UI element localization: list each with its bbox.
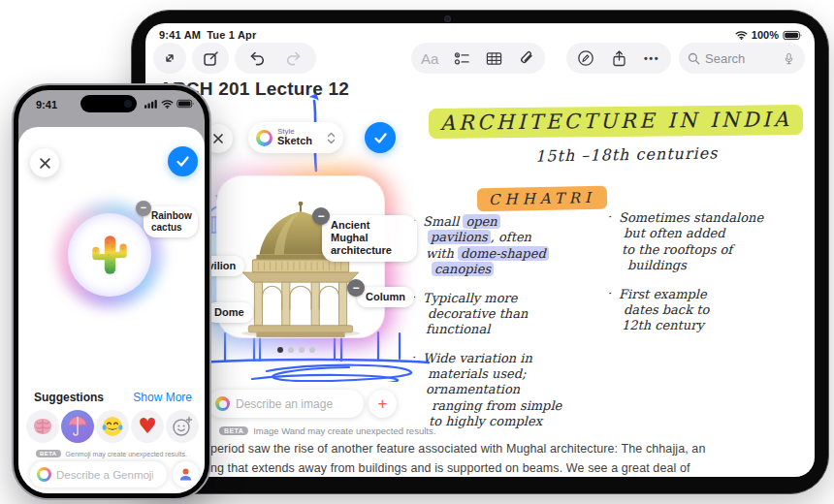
checklist-icon xyxy=(454,51,470,66)
remove-tag-icon[interactable]: − xyxy=(347,279,365,297)
describe-image-input[interactable] xyxy=(236,397,342,411)
remove-tag-icon[interactable]: − xyxy=(136,201,151,216)
genmoji-close-button[interactable] xyxy=(30,148,59,177)
describe-genmoji-input[interactable] xyxy=(56,469,153,481)
search-input[interactable] xyxy=(705,51,779,66)
umbrella-genmoji[interactable] xyxy=(61,410,94,443)
genmoji-beta-note: BETA Genmoji may create unexpected resul… xyxy=(18,450,205,457)
iphone-clock: 9:41 xyxy=(36,99,57,110)
body-text-line: s period saw the rise of another feature… xyxy=(201,442,802,456)
attachment-button[interactable] xyxy=(513,43,540,74)
style-dropdown[interactable]: Style Sketch xyxy=(248,122,343,153)
tag-label: Ancient Mughal architecture xyxy=(331,219,392,256)
text-format-button[interactable]: Aa xyxy=(416,43,443,74)
note-heading: ARCHITECTURE IN INDIA xyxy=(429,105,804,139)
battery-icon xyxy=(783,30,803,41)
new-emoji-button[interactable] xyxy=(166,410,199,443)
body-text-line: ning that extends away from buildings an… xyxy=(201,461,802,475)
tag-ancient-mughal-architecture[interactable]: − Ancient Mughal architecture xyxy=(322,215,417,262)
pencil-circle-icon xyxy=(577,49,594,67)
more-icon: ••• xyxy=(644,52,659,64)
describe-image-field[interactable] xyxy=(208,390,364,418)
red-heart-emoji[interactable]: ♥ xyxy=(131,410,164,443)
table-button[interactable] xyxy=(481,43,508,74)
checkmark-icon xyxy=(373,132,388,144)
tears-of-joy-emoji[interactable] xyxy=(96,410,129,443)
redo-button[interactable] xyxy=(280,43,307,74)
compose-button[interactable] xyxy=(192,43,229,74)
genmoji-icon xyxy=(37,467,51,482)
battery-icon xyxy=(176,99,195,109)
note-subheading: 15th –18th centuries xyxy=(535,143,719,165)
heart-glyph: ♥ xyxy=(138,416,157,437)
image-wand-icon xyxy=(215,396,230,411)
note-bullets-left: ·Small openpavilions, oftenwith dome-sha… xyxy=(413,214,612,443)
more-button[interactable]: ••• xyxy=(638,43,665,74)
note-bullet: ·Small openpavilions, oftenwith dome-sha… xyxy=(413,214,612,278)
suggestion-emoji-row: ♥ xyxy=(26,410,199,443)
share-icon xyxy=(612,50,626,67)
brain-genmoji[interactable] xyxy=(26,410,59,443)
image-playground-icon xyxy=(256,130,273,146)
minimize-icon xyxy=(162,50,177,66)
text-format-icon: Aa xyxy=(421,50,438,67)
beta-badge: BETA xyxy=(219,426,248,435)
markup-button[interactable] xyxy=(572,43,599,74)
marketing-canvas: 9:41 AMTue 1 Apr 100% xyxy=(0,0,834,504)
tag-dome[interactable]: Dome xyxy=(206,302,253,323)
tag-label: Rainbow cactus xyxy=(151,210,192,233)
checklist-button[interactable] xyxy=(448,43,475,74)
tag-rainbow-cactus[interactable]: − Rainbow cactus xyxy=(144,206,198,237)
redo-icon xyxy=(285,51,302,66)
undo-icon xyxy=(249,51,266,66)
style-value: Sketch xyxy=(277,136,312,147)
note-bullet: ·Typically moredecorative thanfunctional xyxy=(413,291,612,338)
person-icon xyxy=(178,467,193,482)
table-icon xyxy=(486,51,502,66)
microphone-icon xyxy=(784,51,794,66)
beta-badge: BETA xyxy=(36,450,61,457)
undo-redo-group xyxy=(235,43,316,74)
describe-genmoji-field[interactable] xyxy=(30,461,167,488)
tag-label: Column xyxy=(366,291,405,302)
iphone-status-icons xyxy=(144,99,195,109)
add-to-image-button[interactable]: + xyxy=(369,390,397,418)
page-dot[interactable] xyxy=(309,347,315,353)
wifi-icon xyxy=(735,30,748,40)
ipad-status-right: 100% xyxy=(735,29,803,41)
chevron-up-down-icon xyxy=(327,132,336,144)
tag-label: Dome xyxy=(214,306,244,318)
rainbow-cactus-genmoji xyxy=(88,232,131,278)
ipad-screen: 9:41 AMTue 1 Apr 100% xyxy=(145,23,815,477)
plus-icon: + xyxy=(378,394,388,414)
page-dot[interactable] xyxy=(277,347,283,353)
page-dot[interactable] xyxy=(288,347,294,353)
undo-button[interactable] xyxy=(243,43,271,74)
note-bullets-right: ·Sometimes standalonebut often addedto t… xyxy=(609,210,808,347)
markup-share-group: ••• xyxy=(566,43,671,74)
note-section-heading: CHHATRI xyxy=(477,186,607,212)
page-dot[interactable] xyxy=(299,347,305,353)
genmoji-confirm-button[interactable] xyxy=(168,146,198,176)
note-bullet: ·First exampledates back to12th century xyxy=(609,287,808,334)
format-tools-group: Aa xyxy=(411,43,545,74)
ipad-front-camera xyxy=(444,16,451,22)
iphone-device: 9:41 xyxy=(12,83,211,500)
minimize-button[interactable] xyxy=(153,43,186,74)
search-field[interactable] xyxy=(679,43,805,74)
remove-tag-icon[interactable]: − xyxy=(312,207,330,225)
tag-column[interactable]: − Column xyxy=(357,287,414,307)
beta-text: Genmoji may create unexpected results. xyxy=(66,451,187,457)
dynamic-island xyxy=(80,95,137,112)
note-bullet: ·Wide variation inmaterials used;ornamen… xyxy=(413,351,612,430)
image-wand-beta-note: BETA Image Wand may create unexpected re… xyxy=(219,425,435,436)
share-button[interactable] xyxy=(605,43,632,74)
people-button[interactable] xyxy=(173,461,199,488)
beta-text: Image Wand may create unexpected results… xyxy=(253,425,435,436)
show-more-button[interactable]: Show More xyxy=(133,391,192,404)
image-wand-confirm-button[interactable] xyxy=(365,122,396,153)
close-icon xyxy=(212,133,224,144)
ipad-clock: 9:41 AM xyxy=(159,29,201,41)
suggestions-label: Suggestions xyxy=(34,391,104,404)
page-dots[interactable] xyxy=(277,347,315,353)
